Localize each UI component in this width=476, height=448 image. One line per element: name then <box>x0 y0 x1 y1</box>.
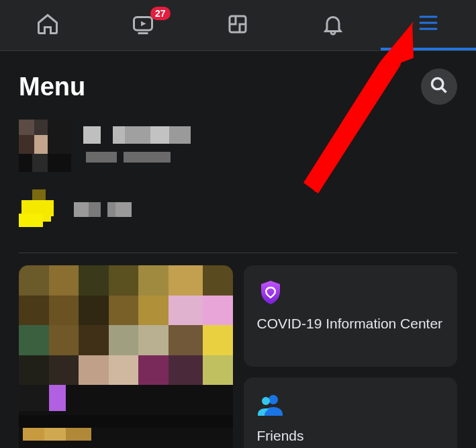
shortcut-card-redacted[interactable] <box>19 265 233 448</box>
svg-rect-54 <box>203 325 233 355</box>
svg-rect-56 <box>49 355 79 386</box>
svg-rect-14 <box>48 135 71 153</box>
friends-icon <box>257 391 284 418</box>
svg-rect-10 <box>34 120 48 135</box>
nav-home[interactable] <box>0 0 95 50</box>
svg-rect-60 <box>169 355 203 386</box>
svg-rect-21 <box>169 126 191 144</box>
top-nav-bar: 27 <box>0 0 476 51</box>
svg-rect-64 <box>66 385 232 410</box>
watch-badge: 27 <box>150 7 171 20</box>
redacted-image <box>19 265 233 448</box>
svg-point-71 <box>269 395 278 404</box>
shortcuts-grid: COVID-19 Information Center Friends <box>0 253 476 448</box>
svg-rect-13 <box>34 135 48 153</box>
home-icon <box>36 12 60 39</box>
svg-rect-9 <box>19 120 34 135</box>
svg-rect-28 <box>43 214 51 222</box>
svg-rect-39 <box>169 265 203 296</box>
shortcut-card-covid[interactable]: COVID-19 Information Center <box>244 265 458 367</box>
nav-menu[interactable] <box>381 0 476 50</box>
svg-rect-61 <box>203 355 233 386</box>
card-label: COVID-19 Information Center <box>257 315 444 332</box>
svg-rect-51 <box>109 325 139 355</box>
svg-rect-59 <box>138 355 169 386</box>
page-title: Menu <box>19 73 85 101</box>
svg-rect-38 <box>138 265 169 296</box>
svg-point-6 <box>432 79 443 89</box>
svg-rect-67 <box>44 428 66 441</box>
profile-section <box>0 117 476 243</box>
svg-rect-50 <box>79 325 109 355</box>
bell-icon <box>321 12 345 39</box>
shortcut-card-friends[interactable]: Friends <box>244 377 458 448</box>
svg-rect-57 <box>79 355 109 386</box>
svg-rect-25 <box>32 189 46 200</box>
svg-rect-27 <box>19 214 43 227</box>
menu-header: Menu <box>0 51 476 117</box>
svg-rect-58 <box>109 355 139 386</box>
avatar <box>19 120 71 172</box>
svg-rect-49 <box>49 325 79 355</box>
svg-rect-18 <box>113 126 125 144</box>
svg-rect-45 <box>138 296 169 326</box>
svg-line-7 <box>442 88 446 93</box>
search-icon <box>430 76 448 97</box>
profile-name-redacted <box>83 124 231 168</box>
svg-rect-16 <box>32 154 48 172</box>
svg-rect-37 <box>109 265 139 296</box>
svg-rect-43 <box>79 296 109 326</box>
search-button[interactable] <box>421 69 457 105</box>
svg-rect-65 <box>19 415 233 428</box>
svg-rect-20 <box>150 126 169 144</box>
svg-rect-22 <box>86 152 117 163</box>
svg-rect-32 <box>115 202 132 217</box>
svg-rect-30 <box>89 202 101 217</box>
nav-notifications[interactable] <box>285 0 381 50</box>
page-name-redacted <box>74 201 148 221</box>
svg-rect-36 <box>79 265 109 296</box>
svg-rect-34 <box>19 265 49 296</box>
svg-rect-11 <box>48 120 71 135</box>
svg-point-72 <box>262 397 270 405</box>
svg-rect-63 <box>49 385 66 410</box>
hamburger-icon <box>416 11 440 38</box>
nav-gaming[interactable] <box>191 0 286 50</box>
svg-rect-41 <box>19 296 49 326</box>
profile-row[interactable] <box>19 117 457 175</box>
nav-watch[interactable]: 27 <box>95 0 191 50</box>
gaming-icon <box>226 12 250 39</box>
svg-rect-12 <box>19 135 34 153</box>
svg-rect-68 <box>66 428 91 441</box>
svg-rect-53 <box>169 325 203 355</box>
svg-rect-46 <box>169 296 203 326</box>
svg-rect-55 <box>19 355 49 386</box>
svg-rect-44 <box>109 296 139 326</box>
svg-rect-47 <box>203 296 233 326</box>
svg-rect-66 <box>23 428 44 441</box>
svg-rect-48 <box>19 325 49 355</box>
page-row[interactable] <box>19 187 457 235</box>
svg-rect-40 <box>203 265 233 296</box>
svg-rect-35 <box>49 265 79 296</box>
svg-rect-17 <box>83 126 101 144</box>
svg-rect-52 <box>138 325 169 355</box>
page-avatar <box>19 189 62 232</box>
svg-rect-42 <box>49 296 79 326</box>
covid-shield-icon <box>257 279 284 306</box>
svg-rect-62 <box>19 385 49 410</box>
svg-rect-19 <box>125 126 150 144</box>
svg-rect-31 <box>107 202 115 217</box>
card-label: Friends <box>257 427 444 445</box>
svg-rect-29 <box>74 202 89 217</box>
svg-rect-23 <box>124 152 171 163</box>
